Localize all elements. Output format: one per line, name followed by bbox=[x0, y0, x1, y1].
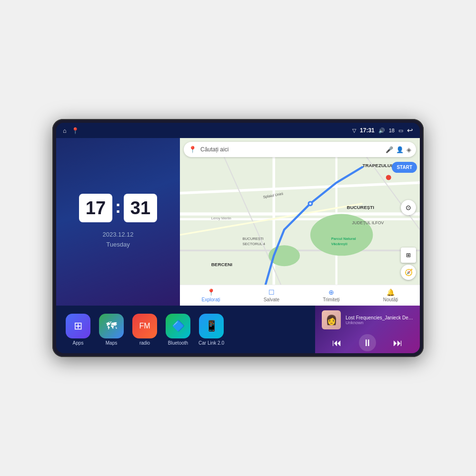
volume-level: 18 bbox=[389, 128, 395, 133]
svg-text:Văcărești: Văcărești bbox=[331, 242, 347, 246]
music-artist: Unknown bbox=[346, 320, 413, 325]
svg-text:BUCUREȘTI: BUCUREȘTI bbox=[347, 205, 375, 210]
status-right-info: ▽ 17:31 🔊 18 ▭ ↩ bbox=[352, 126, 413, 135]
maps-logo-icon: 📍 bbox=[188, 146, 197, 153]
map-svg: TRAPEZULUI BUCUREȘTI JUDEȚUL ILFOV BERCE… bbox=[180, 138, 420, 306]
clock-minutes: 31 bbox=[124, 194, 157, 222]
news-label: Noutăți bbox=[383, 297, 398, 302]
svg-point-23 bbox=[386, 175, 391, 180]
maps-app-icon: 🗺 bbox=[106, 320, 117, 332]
app-item-carlink[interactable]: 📱 Car Link 2.0 bbox=[197, 314, 226, 346]
map-compass-button[interactable]: 🧭 bbox=[401, 265, 416, 280]
home-icon[interactable]: ⌂ bbox=[63, 127, 67, 134]
signal-icon: ▽ bbox=[352, 128, 356, 134]
map-search-right: 🎤 👤 ◈ bbox=[386, 146, 411, 153]
stacked-layers-icon: ⊞ bbox=[406, 252, 411, 258]
apps-icon: ⊞ bbox=[74, 320, 82, 332]
radio-label: radio bbox=[139, 340, 150, 346]
main-area: 17 : 31 2023.12.12 Tuesday bbox=[56, 138, 420, 353]
carlink-icon: 📱 bbox=[205, 320, 218, 332]
send-icon: ⊕ bbox=[328, 288, 334, 296]
svg-text:JUDEȚUL ILFOV: JUDEȚUL ILFOV bbox=[352, 220, 384, 225]
clock-display: 17 : 31 bbox=[79, 194, 157, 222]
map-panel[interactable]: TRAPEZULUI BUCUREȘTI JUDEȚUL ILFOV BERCE… bbox=[180, 138, 420, 306]
bluetooth-label: Bluetooth bbox=[168, 340, 188, 346]
radio-icon: FM bbox=[139, 322, 150, 330]
status-bar: ⌂ 📍 ▽ 17:31 🔊 18 ▭ ↩ bbox=[56, 123, 420, 138]
music-text: Lost Frequencies_Janieck Devy-... Unknow… bbox=[346, 315, 413, 325]
clock-colon: : bbox=[115, 197, 121, 217]
map-location-button[interactable]: ⊙ bbox=[401, 200, 416, 215]
search-text[interactable]: Căutați aici bbox=[200, 146, 382, 153]
map-nav-explore[interactable]: 📍 Explorați bbox=[202, 288, 220, 302]
map-nav-news[interactable]: 🔔 Noutăți bbox=[383, 288, 398, 302]
map-layers-button[interactable]: ⊞ bbox=[401, 248, 416, 263]
apps-label: Apps bbox=[73, 340, 84, 346]
saved-icon: ☐ bbox=[268, 288, 275, 296]
app-item-bluetooth[interactable]: 🔷 Bluetooth bbox=[164, 314, 192, 346]
explore-label: Explorați bbox=[202, 297, 220, 302]
music-info: 👩 Lost Frequencies_Janieck Devy-... Unkn… bbox=[322, 310, 413, 329]
svg-text:BERCENI: BERCENI bbox=[211, 262, 233, 267]
map-nav-saved[interactable]: ☐ Salvate bbox=[264, 288, 279, 302]
voice-search-icon[interactable]: 🎤 bbox=[386, 146, 393, 153]
compass-icon: 🧭 bbox=[405, 268, 413, 276]
location-icon: ⊙ bbox=[406, 204, 411, 211]
svg-text:SECTORUL 4: SECTORUL 4 bbox=[242, 242, 265, 246]
map-nav-send[interactable]: ⊕ Trimiteți bbox=[323, 288, 339, 302]
back-icon[interactable]: ↩ bbox=[407, 126, 413, 135]
app-item-radio[interactable]: FM radio bbox=[130, 314, 159, 346]
maps-label: Maps bbox=[106, 340, 117, 346]
layers-icon[interactable]: ◈ bbox=[407, 146, 411, 153]
carlink-icon-wrap: 📱 bbox=[199, 314, 224, 338]
carlink-label: Car Link 2.0 bbox=[198, 340, 224, 346]
time-display: 17:31 bbox=[360, 127, 375, 134]
app-icons-row: ⊞ Apps 🗺 Maps FM radio bbox=[56, 306, 315, 353]
map-start-button[interactable]: START bbox=[392, 162, 417, 173]
account-icon[interactable]: 👤 bbox=[396, 146, 404, 153]
album-face: 👩 bbox=[322, 310, 341, 329]
bottom-section: ⊞ Apps 🗺 Maps FM radio bbox=[56, 306, 420, 353]
music-player: 👩 Lost Frequencies_Janieck Devy-... Unkn… bbox=[315, 306, 420, 353]
map-nav-bottom: 📍 Explorați ☐ Salvate ⊕ Trimiteți 🔔 bbox=[180, 285, 420, 306]
next-button[interactable]: ⏭ bbox=[389, 334, 407, 351]
previous-button[interactable]: ⏮ bbox=[328, 334, 346, 351]
app-item-apps[interactable]: ⊞ Apps bbox=[64, 314, 92, 346]
status-left-icons: ⌂ 📍 bbox=[63, 127, 79, 134]
bluetooth-icon-wrap: 🔷 bbox=[166, 314, 190, 338]
radio-icon-wrap: FM bbox=[132, 314, 157, 338]
volume-icon: 🔊 bbox=[378, 128, 385, 134]
music-controls: ⏮ ⏸ ⏭ bbox=[322, 334, 413, 351]
svg-point-22 bbox=[309, 202, 311, 204]
svg-text:BUCUREȘTI: BUCUREȘTI bbox=[242, 237, 263, 241]
map-search-bar[interactable]: 📍 Căutați aici 🎤 👤 ◈ bbox=[184, 142, 416, 157]
app-item-maps[interactable]: 🗺 Maps bbox=[97, 314, 126, 346]
clock-hours: 17 bbox=[79, 194, 112, 222]
top-section: 17 : 31 2023.12.12 Tuesday bbox=[56, 138, 420, 306]
svg-text:Parcul Natural: Parcul Natural bbox=[331, 237, 356, 241]
clock-date: 2023.12.12 Tuesday bbox=[102, 230, 133, 250]
bluetooth-icon: 🔷 bbox=[172, 320, 185, 332]
music-title: Lost Frequencies_Janieck Devy-... bbox=[346, 315, 413, 320]
news-icon: 🔔 bbox=[387, 288, 395, 296]
send-label: Trimiteți bbox=[323, 297, 339, 302]
device: ⌂ 📍 ▽ 17:31 🔊 18 ▭ ↩ 17 : bbox=[52, 119, 424, 357]
svg-text:Leroy Merlin: Leroy Merlin bbox=[211, 216, 231, 220]
svg-text:TRAPEZULUI: TRAPEZULUI bbox=[362, 163, 392, 168]
explore-icon: 📍 bbox=[207, 288, 215, 296]
maps-icon-wrap: 🗺 bbox=[99, 314, 124, 338]
clock-panel: 17 : 31 2023.12.12 Tuesday bbox=[56, 138, 180, 306]
album-art: 👩 bbox=[322, 310, 341, 329]
maps-icon[interactable]: 📍 bbox=[71, 127, 79, 134]
screen: ⌂ 📍 ▽ 17:31 🔊 18 ▭ ↩ 17 : bbox=[56, 123, 420, 353]
play-pause-button[interactable]: ⏸ bbox=[359, 334, 376, 351]
svg-rect-0 bbox=[180, 151, 420, 292]
battery-icon: ▭ bbox=[398, 128, 403, 134]
apps-icon-wrap: ⊞ bbox=[66, 314, 90, 338]
saved-label: Salvate bbox=[264, 297, 279, 302]
